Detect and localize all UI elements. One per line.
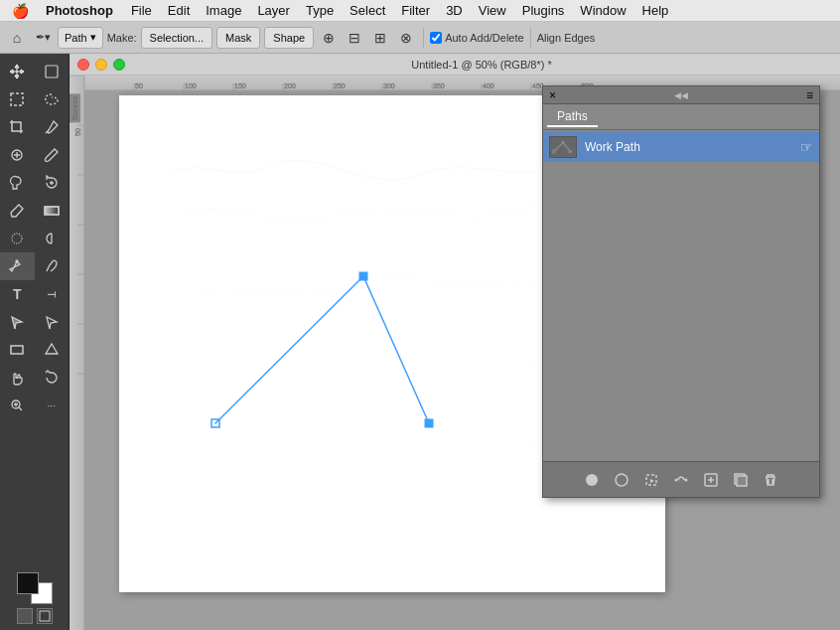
minimize-button[interactable] — [95, 59, 107, 71]
selection-button[interactable]: Selection... — [141, 27, 212, 49]
add-mask-icon[interactable] — [700, 469, 722, 491]
path-selection-tool[interactable] — [0, 308, 35, 336]
paths-panel-content: Work Path ☞ — [543, 130, 819, 461]
tool-row-12 — [0, 364, 69, 392]
make-label: Make: — [107, 32, 137, 44]
canvas-content[interactable]: 50 100 150 200 250 300 350 400 450 500 — [70, 76, 840, 630]
menu-file[interactable]: File — [123, 0, 160, 22]
fill-path-icon[interactable] — [581, 469, 603, 491]
menu-edit[interactable]: Edit — [160, 0, 198, 22]
svg-text:400: 400 — [483, 82, 494, 89]
svg-point-48 — [675, 478, 678, 481]
menu-type[interactable]: Type — [298, 0, 342, 22]
svg-rect-0 — [46, 66, 58, 78]
ruler-left: 50 — [70, 76, 84, 630]
tool-row-6 — [0, 197, 69, 225]
eyedropper-tool[interactable] — [35, 113, 70, 141]
menu-plugins[interactable]: Plugins — [514, 0, 573, 22]
load-selection-icon[interactable] — [640, 469, 662, 491]
new-path-icon[interactable] — [730, 469, 752, 491]
delete-path-icon[interactable] — [760, 469, 781, 491]
shape-button[interactable]: Shape — [264, 27, 314, 49]
quick-mask-icon[interactable] — [17, 608, 33, 624]
svg-point-46 — [586, 474, 598, 486]
stroke-path-icon[interactable] — [611, 469, 632, 491]
gradient-tool[interactable] — [35, 197, 70, 225]
menu-3d[interactable]: 3D — [438, 0, 471, 22]
main-area: T T — [0, 54, 840, 630]
source-label: Source — [70, 93, 80, 122]
direct-selection-tool[interactable] — [35, 308, 70, 336]
add-anchor-icon[interactable]: ⊕ — [318, 27, 340, 49]
menu-image[interactable]: Image — [198, 0, 249, 22]
tool-row-10 — [0, 308, 69, 336]
apple-menu[interactable]: 🍎 — [0, 3, 40, 19]
menu-select[interactable]: Select — [342, 0, 393, 22]
eraser-tool[interactable] — [0, 197, 35, 225]
svg-rect-44 — [562, 141, 565, 144]
foreground-color[interactable] — [17, 572, 39, 594]
spot-heal-tool[interactable] — [0, 141, 35, 169]
path-item-label: Work Path — [585, 140, 640, 154]
app-name: Photoshop — [40, 3, 119, 18]
paths-panel-footer — [543, 461, 819, 497]
make-work-path-icon[interactable] — [670, 469, 692, 491]
hand-tool[interactable] — [0, 364, 35, 392]
color-section — [11, 566, 59, 630]
canvas-window: Untitled-1 @ 50% (RGB/8*) * 50 100 150 2… — [70, 54, 840, 630]
zoom-tool[interactable] — [0, 392, 35, 419]
stamp-tool[interactable] — [0, 169, 35, 197]
rectangle-tool[interactable] — [0, 336, 35, 364]
paths-panel-expand-icon[interactable]: ◀◀ — [674, 90, 688, 100]
svg-point-49 — [685, 478, 688, 481]
maximize-button[interactable] — [113, 59, 125, 71]
svg-rect-7 — [11, 346, 23, 354]
auto-add-delete-checkbox[interactable]: Auto Add/Delete — [430, 32, 524, 44]
tool-row-11 — [0, 336, 69, 364]
svg-point-47 — [616, 474, 628, 486]
tab-paths[interactable]: Paths — [547, 107, 598, 127]
blur-tool[interactable] — [0, 225, 35, 252]
svg-text:150: 150 — [234, 82, 246, 89]
home-icon[interactable]: ⌂ — [6, 27, 28, 49]
crop-tool[interactable] — [0, 113, 35, 141]
distribute-icon[interactable]: ⊞ — [369, 27, 391, 49]
color-swatches[interactable] — [17, 572, 53, 604]
menu-filter[interactable]: Filter — [393, 0, 438, 22]
tool-row-2 — [0, 85, 69, 113]
vertical-type-tool[interactable]: T — [35, 280, 70, 308]
path-type-dropdown[interactable]: Path ▾ — [58, 27, 103, 49]
rect-marquee-tool[interactable] — [0, 85, 35, 113]
freeform-pen-tool[interactable] — [35, 252, 70, 280]
extra-tools[interactable]: ··· — [35, 392, 70, 419]
move-tool[interactable] — [0, 58, 35, 85]
menu-layer[interactable]: Layer — [249, 0, 298, 22]
dodge-tool[interactable] — [35, 225, 70, 252]
close-button[interactable] — [77, 59, 89, 71]
rotate-view-tool[interactable] — [35, 364, 70, 392]
canvas-title: Untitled-1 @ 50% (RGB/8*) * — [131, 59, 832, 71]
lasso-tool[interactable] — [35, 85, 70, 113]
paths-panel-header: Paths — [543, 104, 819, 130]
align-left-icon[interactable]: ⊟ — [344, 27, 365, 49]
paths-panel-close-icon[interactable]: × — [549, 88, 556, 102]
pen-tool[interactable] — [0, 252, 35, 280]
path-ops-icon[interactable]: ⊗ — [395, 27, 417, 49]
screen-mode-icon[interactable] — [37, 608, 53, 624]
menu-view[interactable]: View — [471, 0, 514, 22]
paths-panel-menu-icon[interactable]: ≡ — [806, 88, 813, 102]
cursor-hand-icon: ☞ — [800, 139, 813, 155]
history-brush-tool[interactable] — [35, 169, 70, 197]
tool-row-9: T T — [0, 280, 69, 308]
pen-tool-icon[interactable]: ✒▾ — [32, 27, 54, 49]
canvas-area: Source Untitled-1 @ 50% (RGB/8*) * 50 10… — [70, 54, 840, 630]
menu-window[interactable]: Window — [572, 0, 633, 22]
type-tool[interactable]: T — [0, 280, 35, 308]
mask-button[interactable]: Mask — [216, 27, 260, 49]
shape-tool[interactable] — [35, 336, 70, 364]
brush-tool[interactable] — [35, 141, 70, 169]
svg-point-6 — [16, 260, 18, 262]
artboard-tool[interactable] — [35, 58, 70, 85]
path-item-work-path[interactable]: Work Path ☞ — [543, 132, 819, 162]
menu-help[interactable]: Help — [634, 0, 677, 22]
